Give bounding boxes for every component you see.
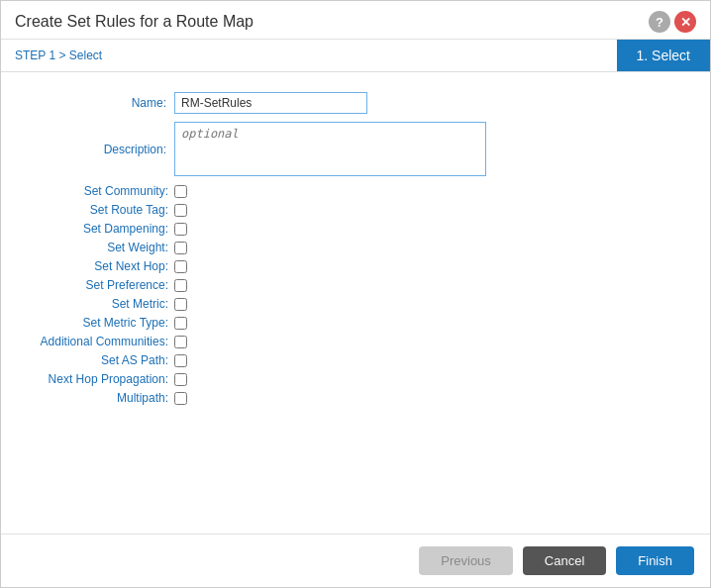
checkbox-row-set-community: Set Community: [21, 184, 690, 198]
checkbox-label-set-metric-type: Set Metric Type: [21, 316, 174, 330]
checkbox-label-additional-communities: Additional Communities: [21, 335, 174, 348]
checkbox-label-set-as-path: Set AS Path: [21, 353, 174, 367]
checkbox-label-set-community: Set Community: [21, 184, 174, 198]
dialog-header: Create Set Rules for a Route Map ? ✕ [1, 1, 710, 40]
create-set-rules-dialog: Create Set Rules for a Route Map ? ✕ STE… [0, 0, 711, 588]
dialog-footer: Previous Cancel Finish [1, 534, 710, 587]
previous-button: Previous [419, 546, 513, 575]
checkbox-row-set-next-hop: Set Next Hop: [21, 259, 690, 273]
checkbox-row-set-preference: Set Preference: [21, 278, 690, 292]
name-label: Name: [21, 96, 174, 110]
form-content: Name: Description: Set Community:Set Rou… [1, 72, 710, 534]
checkbox-row-set-weight: Set Weight: [21, 241, 690, 254]
checkbox-row-set-metric-type: Set Metric Type: [21, 316, 690, 330]
cancel-button[interactable]: Cancel [523, 546, 606, 575]
name-input[interactable] [174, 92, 367, 114]
checkbox-label-set-preference: Set Preference: [21, 278, 174, 292]
close-icon[interactable]: ✕ [674, 11, 696, 33]
checkbox-set-weight[interactable] [174, 242, 187, 254]
checkbox-set-metric[interactable] [174, 298, 187, 311]
finish-button[interactable]: Finish [616, 546, 694, 575]
header-icons: ? ✕ [649, 11, 696, 33]
checkbox-set-next-hop[interactable] [174, 260, 187, 273]
checkbox-row-next-hop-propagation: Next Hop Propagation: [21, 372, 690, 386]
help-icon[interactable]: ? [649, 11, 670, 33]
checkbox-label-set-metric: Set Metric: [21, 297, 174, 311]
step1-select-button[interactable]: 1. Select [617, 40, 710, 71]
checkbox-row-set-as-path: Set AS Path: [21, 353, 690, 367]
breadcrumb: STEP 1 > Select [1, 40, 617, 71]
checkbox-set-dampening[interactable] [174, 223, 187, 236]
checkbox-label-set-dampening: Set Dampening: [21, 222, 174, 236]
checkbox-set-preference[interactable] [174, 279, 187, 292]
checkbox-multipath[interactable] [174, 392, 187, 405]
checkbox-additional-communities[interactable] [174, 336, 187, 348]
checkbox-label-set-weight: Set Weight: [21, 241, 174, 254]
checkbox-label-set-next-hop: Set Next Hop: [21, 259, 174, 273]
dialog-title: Create Set Rules for a Route Map [15, 13, 254, 31]
description-row: Description: [21, 122, 690, 176]
checkbox-row-set-metric: Set Metric: [21, 297, 690, 311]
checkbox-set-community[interactable] [174, 185, 187, 198]
checkbox-set-as-path[interactable] [174, 354, 187, 367]
checkbox-row-set-dampening: Set Dampening: [21, 222, 690, 236]
checkbox-set-metric-type[interactable] [174, 317, 187, 330]
checkbox-row-additional-communities: Additional Communities: [21, 335, 690, 348]
checkbox-label-multipath: Multipath: [21, 391, 174, 405]
checkbox-next-hop-propagation[interactable] [174, 373, 187, 386]
checkbox-label-next-hop-propagation: Next Hop Propagation: [21, 372, 174, 386]
top-bar: STEP 1 > Select 1. Select [1, 40, 710, 72]
checkbox-set-route-tag[interactable] [174, 204, 187, 217]
checkbox-row-multipath: Multipath: [21, 391, 690, 405]
description-label: Description: [21, 143, 174, 156]
checkbox-label-set-route-tag: Set Route Tag: [21, 203, 174, 217]
checkbox-row-set-route-tag: Set Route Tag: [21, 203, 690, 217]
checkboxes-container: Set Community:Set Route Tag:Set Dampenin… [21, 184, 690, 405]
description-textarea[interactable] [174, 122, 486, 176]
name-row: Name: [21, 92, 690, 114]
